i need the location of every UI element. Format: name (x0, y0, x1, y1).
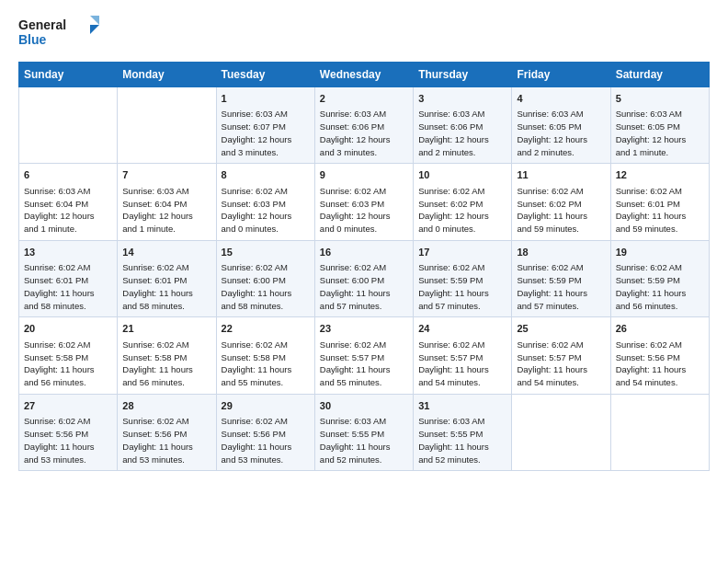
day-number: 5 (616, 92, 704, 106)
day-info: Sunrise: 6:03 AM Sunset: 6:04 PM Dayligh… (24, 185, 112, 236)
calendar-week-row: 1Sunrise: 6:03 AM Sunset: 6:07 PM Daylig… (19, 87, 710, 164)
day-info: Sunrise: 6:02 AM Sunset: 5:58 PM Dayligh… (24, 339, 112, 389)
calendar-cell: 2Sunrise: 6:03 AM Sunset: 6:06 PM Daylig… (314, 87, 413, 164)
day-number: 19 (616, 246, 704, 259)
calendar-cell: 26Sunrise: 6:02 AM Sunset: 5:56 PM Dayli… (610, 317, 709, 394)
day-number: 22 (222, 322, 310, 336)
svg-text:Blue: Blue (18, 32, 47, 47)
day-info: Sunrise: 6:02 AM Sunset: 5:56 PM Dayligh… (222, 415, 310, 465)
day-number: 23 (320, 322, 408, 336)
day-number: 7 (122, 168, 210, 182)
day-info: Sunrise: 6:02 AM Sunset: 5:58 PM Dayligh… (222, 339, 310, 389)
calendar-cell: 16Sunrise: 6:02 AM Sunset: 6:00 PM Dayli… (314, 240, 413, 316)
day-number: 9 (320, 168, 408, 182)
day-number: 15 (222, 246, 310, 259)
weekday-header-sunday: Sunday (19, 63, 118, 87)
calendar-week-row: 13Sunrise: 6:02 AM Sunset: 6:01 PM Dayli… (19, 240, 710, 316)
calendar-cell (118, 87, 216, 164)
day-info: Sunrise: 6:02 AM Sunset: 6:03 PM Dayligh… (320, 185, 408, 236)
day-info: Sunrise: 6:02 AM Sunset: 5:58 PM Dayligh… (122, 339, 210, 389)
day-number: 2 (320, 92, 408, 106)
calendar-cell: 3Sunrise: 6:03 AM Sunset: 6:06 PM Daylig… (414, 87, 512, 164)
page: General Blue SundayMondayTuesdayWednesda… (0, 0, 728, 563)
calendar-body: 1Sunrise: 6:03 AM Sunset: 6:07 PM Daylig… (19, 87, 710, 471)
calendar-week-row: 27Sunrise: 6:02 AM Sunset: 5:56 PM Dayli… (19, 394, 710, 470)
day-info: Sunrise: 6:02 AM Sunset: 5:59 PM Dayligh… (517, 261, 605, 312)
svg-text:General: General (18, 17, 66, 32)
day-info: Sunrise: 6:03 AM Sunset: 6:07 PM Dayligh… (222, 108, 310, 158)
day-info: Sunrise: 6:02 AM Sunset: 5:57 PM Dayligh… (320, 339, 408, 389)
calendar-cell: 27Sunrise: 6:02 AM Sunset: 5:56 PM Dayli… (19, 394, 118, 470)
logo-svg: General Blue (18, 14, 101, 51)
calendar-header: SundayMondayTuesdayWednesdayThursdayFrid… (19, 63, 710, 87)
calendar-table: SundayMondayTuesdayWednesdayThursdayFrid… (18, 62, 710, 471)
calendar-cell (512, 394, 610, 470)
calendar-cell: 29Sunrise: 6:02 AM Sunset: 5:56 PM Dayli… (216, 394, 314, 470)
svg-marker-2 (90, 16, 99, 25)
day-info: Sunrise: 6:03 AM Sunset: 5:55 PM Dayligh… (418, 415, 506, 465)
day-info: Sunrise: 6:02 AM Sunset: 5:59 PM Dayligh… (616, 261, 704, 312)
day-number: 29 (222, 399, 310, 413)
day-number: 3 (418, 92, 506, 106)
day-number: 10 (418, 168, 506, 182)
day-number: 13 (24, 246, 112, 259)
calendar-cell: 23Sunrise: 6:02 AM Sunset: 5:57 PM Dayli… (314, 317, 413, 394)
calendar-week-row: 6Sunrise: 6:03 AM Sunset: 6:04 PM Daylig… (19, 164, 710, 240)
calendar-cell: 22Sunrise: 6:02 AM Sunset: 5:58 PM Dayli… (216, 317, 314, 394)
calendar-cell: 6Sunrise: 6:03 AM Sunset: 6:04 PM Daylig… (19, 164, 118, 240)
day-info: Sunrise: 6:02 AM Sunset: 6:01 PM Dayligh… (122, 261, 210, 312)
day-number: 21 (122, 322, 210, 336)
calendar-cell: 20Sunrise: 6:02 AM Sunset: 5:58 PM Dayli… (19, 317, 118, 394)
calendar-cell: 18Sunrise: 6:02 AM Sunset: 5:59 PM Dayli… (512, 240, 610, 316)
calendar-week-row: 20Sunrise: 6:02 AM Sunset: 5:58 PM Dayli… (19, 317, 710, 394)
calendar-cell: 4Sunrise: 6:03 AM Sunset: 6:05 PM Daylig… (512, 87, 610, 164)
day-info: Sunrise: 6:02 AM Sunset: 6:00 PM Dayligh… (222, 261, 310, 312)
calendar-cell: 1Sunrise: 6:03 AM Sunset: 6:07 PM Daylig… (216, 87, 314, 164)
day-info: Sunrise: 6:03 AM Sunset: 6:05 PM Dayligh… (616, 108, 704, 158)
calendar-cell: 19Sunrise: 6:02 AM Sunset: 5:59 PM Dayli… (610, 240, 709, 316)
calendar-cell: 14Sunrise: 6:02 AM Sunset: 6:01 PM Dayli… (118, 240, 216, 316)
calendar-cell: 15Sunrise: 6:02 AM Sunset: 6:00 PM Dayli… (216, 240, 314, 316)
weekday-header-friday: Friday (512, 63, 610, 87)
calendar-cell (610, 394, 709, 470)
day-info: Sunrise: 6:02 AM Sunset: 6:01 PM Dayligh… (616, 185, 704, 236)
day-info: Sunrise: 6:02 AM Sunset: 6:00 PM Dayligh… (320, 261, 408, 312)
day-number: 1 (222, 92, 310, 106)
calendar-cell: 7Sunrise: 6:03 AM Sunset: 6:04 PM Daylig… (118, 164, 216, 240)
day-info: Sunrise: 6:02 AM Sunset: 6:01 PM Dayligh… (24, 261, 112, 312)
logo: General Blue (18, 14, 101, 51)
calendar-cell: 25Sunrise: 6:02 AM Sunset: 5:57 PM Dayli… (512, 317, 610, 394)
weekday-header-tuesday: Tuesday (216, 63, 314, 87)
calendar-cell: 10Sunrise: 6:02 AM Sunset: 6:02 PM Dayli… (414, 164, 512, 240)
day-info: Sunrise: 6:03 AM Sunset: 6:06 PM Dayligh… (418, 108, 506, 158)
weekday-header-wednesday: Wednesday (314, 63, 413, 87)
day-info: Sunrise: 6:02 AM Sunset: 6:03 PM Dayligh… (222, 185, 310, 236)
day-info: Sunrise: 6:02 AM Sunset: 5:57 PM Dayligh… (517, 339, 605, 389)
day-number: 18 (517, 246, 605, 259)
day-number: 28 (122, 399, 210, 413)
day-number: 16 (320, 246, 408, 259)
day-info: Sunrise: 6:02 AM Sunset: 5:56 PM Dayligh… (24, 415, 112, 465)
calendar-cell: 5Sunrise: 6:03 AM Sunset: 6:05 PM Daylig… (610, 87, 709, 164)
day-info: Sunrise: 6:02 AM Sunset: 5:59 PM Dayligh… (418, 261, 506, 312)
calendar-cell: 31Sunrise: 6:03 AM Sunset: 5:55 PM Dayli… (414, 394, 512, 470)
calendar-cell: 13Sunrise: 6:02 AM Sunset: 6:01 PM Dayli… (19, 240, 118, 316)
day-number: 27 (24, 399, 112, 413)
day-number: 12 (616, 168, 704, 182)
day-number: 14 (122, 246, 210, 259)
weekday-header-thursday: Thursday (414, 63, 512, 87)
svg-marker-3 (90, 25, 99, 34)
day-info: Sunrise: 6:02 AM Sunset: 5:56 PM Dayligh… (122, 415, 210, 465)
day-info: Sunrise: 6:03 AM Sunset: 6:06 PM Dayligh… (320, 108, 408, 158)
calendar-cell: 8Sunrise: 6:02 AM Sunset: 6:03 PM Daylig… (216, 164, 314, 240)
day-number: 26 (616, 322, 704, 336)
calendar-cell: 24Sunrise: 6:02 AM Sunset: 5:57 PM Dayli… (414, 317, 512, 394)
weekday-header-row: SundayMondayTuesdayWednesdayThursdayFrid… (19, 63, 710, 87)
calendar-cell: 28Sunrise: 6:02 AM Sunset: 5:56 PM Dayli… (118, 394, 216, 470)
day-number: 6 (24, 168, 112, 182)
day-info: Sunrise: 6:03 AM Sunset: 6:05 PM Dayligh… (517, 108, 605, 158)
day-info: Sunrise: 6:03 AM Sunset: 6:04 PM Dayligh… (122, 185, 210, 236)
calendar-cell: 12Sunrise: 6:02 AM Sunset: 6:01 PM Dayli… (610, 164, 709, 240)
day-info: Sunrise: 6:02 AM Sunset: 5:57 PM Dayligh… (418, 339, 506, 389)
day-info: Sunrise: 6:02 AM Sunset: 6:02 PM Dayligh… (517, 185, 605, 236)
